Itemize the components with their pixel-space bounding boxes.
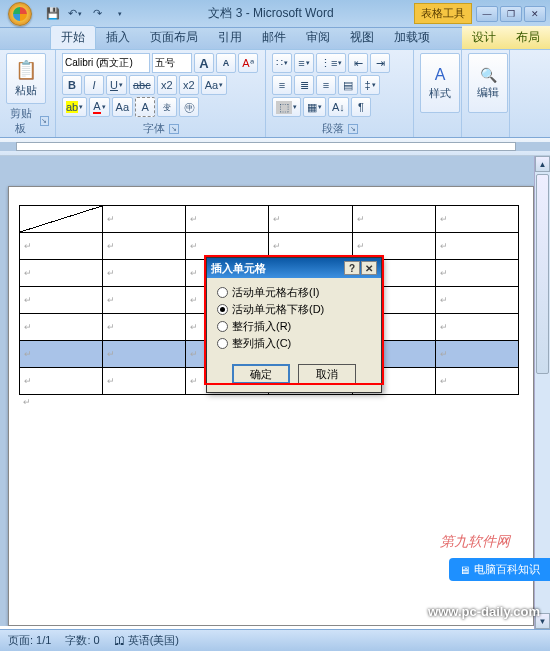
font-dialog-launcher[interactable]: ↘ bbox=[169, 124, 179, 134]
superscript-button[interactable]: x2 bbox=[179, 75, 199, 95]
scroll-thumb[interactable] bbox=[536, 174, 549, 374]
save-icon[interactable]: 💾 bbox=[44, 5, 62, 23]
italic-button[interactable]: I bbox=[84, 75, 104, 95]
undo-icon[interactable]: ↶▾ bbox=[66, 5, 84, 23]
highlight-button[interactable]: ab▾ bbox=[62, 97, 87, 117]
dialog-close-button[interactable]: ✕ bbox=[361, 261, 377, 275]
tab-addins[interactable]: 加载项 bbox=[384, 26, 440, 49]
clear-formatting-button[interactable]: Aᵃ bbox=[238, 53, 258, 73]
underline-button[interactable]: U▾ bbox=[106, 75, 127, 95]
styles-button[interactable]: A 样式 bbox=[420, 53, 460, 113]
decrease-indent-button[interactable]: ⇤ bbox=[348, 53, 368, 73]
tab-page-layout[interactable]: 页面布局 bbox=[140, 26, 208, 49]
status-words[interactable]: 字数: 0 bbox=[65, 633, 99, 648]
table-cell[interactable]: ↵ bbox=[20, 287, 103, 314]
restore-button[interactable]: ❐ bbox=[500, 6, 522, 22]
table-cell[interactable]: ↵ bbox=[103, 287, 186, 314]
ok-button[interactable]: 确定 bbox=[232, 364, 290, 384]
bullets-button[interactable]: ∷▾ bbox=[272, 53, 292, 73]
radio-shift-down[interactable]: 活动单元格下移(D) bbox=[217, 301, 371, 318]
tab-view[interactable]: 视图 bbox=[340, 26, 384, 49]
table-cell[interactable]: ↵ bbox=[435, 233, 518, 260]
font-family-select[interactable]: Calibri (西文正) bbox=[62, 53, 150, 73]
cancel-button[interactable]: 取消 bbox=[298, 364, 356, 384]
table-cell[interactable]: ↵ bbox=[435, 260, 518, 287]
table-cell[interactable]: ↵ bbox=[20, 233, 103, 260]
paragraph-dialog-launcher[interactable]: ↘ bbox=[348, 124, 358, 134]
table-cell[interactable]: ↵ bbox=[435, 206, 518, 233]
phonetic-guide-button[interactable]: 变 bbox=[157, 97, 177, 117]
line-spacing-button[interactable]: ‡▾ bbox=[360, 75, 380, 95]
dialog-help-button[interactable]: ? bbox=[344, 261, 360, 275]
table-cell[interactable]: ↵ bbox=[269, 206, 352, 233]
tab-review[interactable]: 审阅 bbox=[296, 26, 340, 49]
table-cell[interactable]: ↵ bbox=[352, 233, 435, 260]
table-cell[interactable]: ↵ bbox=[103, 233, 186, 260]
radio-insert-row[interactable]: 整行插入(R) bbox=[217, 318, 371, 335]
show-marks-button[interactable]: ¶ bbox=[351, 97, 371, 117]
tab-mailings[interactable]: 邮件 bbox=[252, 26, 296, 49]
char-shading-button[interactable]: Aa bbox=[112, 97, 133, 117]
table-cell[interactable]: ↵ bbox=[20, 341, 103, 368]
tab-home[interactable]: 开始 bbox=[50, 25, 96, 49]
table-cell[interactable]: ↵ bbox=[20, 260, 103, 287]
table-cell[interactable]: ↵ bbox=[269, 233, 352, 260]
radio-shift-right[interactable]: 活动单元格右移(I) bbox=[217, 284, 371, 301]
align-left-button[interactable]: ≡ bbox=[272, 75, 292, 95]
multilevel-list-button[interactable]: ⋮≡▾ bbox=[316, 53, 346, 73]
radio-insert-col[interactable]: 整列插入(C) bbox=[217, 335, 371, 352]
close-button[interactable]: ✕ bbox=[524, 6, 546, 22]
table-cell-diagonal[interactable] bbox=[20, 206, 103, 233]
table-cell[interactable]: ↵ bbox=[352, 206, 435, 233]
font-color-button[interactable]: A▾ bbox=[89, 97, 109, 117]
shrink-font-button[interactable]: A bbox=[216, 53, 236, 73]
status-language[interactable]: 🕮 英语(美国) bbox=[114, 633, 179, 648]
paragraph-group-label: 段落 bbox=[322, 121, 344, 136]
strikethrough-button[interactable]: abc bbox=[129, 75, 155, 95]
shading-button[interactable]: ⬚▾ bbox=[272, 97, 301, 117]
table-cell[interactable]: ↵ bbox=[435, 368, 518, 395]
clipboard-dialog-launcher[interactable]: ↘ bbox=[40, 116, 49, 126]
group-editing: 🔍 编辑 bbox=[462, 50, 510, 137]
table-cell[interactable]: ↵ bbox=[103, 368, 186, 395]
table-cell[interactable]: ↵ bbox=[435, 341, 518, 368]
numbering-button[interactable]: ≡▾ bbox=[294, 53, 314, 73]
office-button[interactable] bbox=[0, 0, 40, 28]
change-case-button[interactable]: Aa▾ bbox=[201, 75, 227, 95]
table-cell[interactable]: ↵ bbox=[103, 314, 186, 341]
status-page[interactable]: 页面: 1/1 bbox=[8, 633, 51, 648]
tab-references[interactable]: 引用 bbox=[208, 26, 252, 49]
bold-button[interactable]: B bbox=[62, 75, 82, 95]
grow-font-button[interactable]: A bbox=[194, 53, 214, 73]
minimize-button[interactable]: — bbox=[476, 6, 498, 22]
table-cell[interactable]: ↵ bbox=[103, 260, 186, 287]
subscript-button[interactable]: x2 bbox=[157, 75, 177, 95]
tab-insert[interactable]: 插入 bbox=[96, 26, 140, 49]
font-size-select[interactable]: 五号 bbox=[152, 53, 192, 73]
editing-button[interactable]: 🔍 编辑 bbox=[468, 53, 508, 113]
tab-table-layout[interactable]: 布局 bbox=[506, 26, 550, 49]
table-cell[interactable]: ↵ bbox=[186, 206, 269, 233]
char-border-button[interactable]: A bbox=[135, 97, 155, 117]
table-cell[interactable]: ↵ bbox=[435, 287, 518, 314]
tab-table-design[interactable]: 设计 bbox=[462, 26, 506, 49]
dialog-titlebar[interactable]: 插入单元格 ? ✕ bbox=[207, 258, 381, 278]
table-cell[interactable]: ↵ bbox=[20, 368, 103, 395]
table-cell[interactable]: ↵ bbox=[186, 233, 269, 260]
table-cell[interactable]: ↵ bbox=[435, 314, 518, 341]
increase-indent-button[interactable]: ⇥ bbox=[370, 53, 390, 73]
scroll-up-icon[interactable]: ▲ bbox=[535, 156, 550, 172]
align-center-button[interactable]: ≣ bbox=[294, 75, 314, 95]
sort-button[interactable]: A↓ bbox=[328, 97, 349, 117]
align-right-button[interactable]: ≡ bbox=[316, 75, 336, 95]
redo-icon[interactable]: ↷ bbox=[88, 5, 106, 23]
paste-button[interactable]: 📋 粘贴 bbox=[6, 53, 46, 104]
qat-customize-icon[interactable]: ▾ bbox=[110, 5, 128, 23]
horizontal-ruler[interactable] bbox=[0, 138, 550, 156]
table-cell[interactable]: ↵ bbox=[103, 341, 186, 368]
borders-button[interactable]: ▦▾ bbox=[303, 97, 326, 117]
enclose-char-button[interactable]: ㊥ bbox=[179, 97, 199, 117]
table-cell[interactable]: ↵ bbox=[103, 206, 186, 233]
justify-button[interactable]: ▤ bbox=[338, 75, 358, 95]
table-cell[interactable]: ↵ bbox=[20, 314, 103, 341]
